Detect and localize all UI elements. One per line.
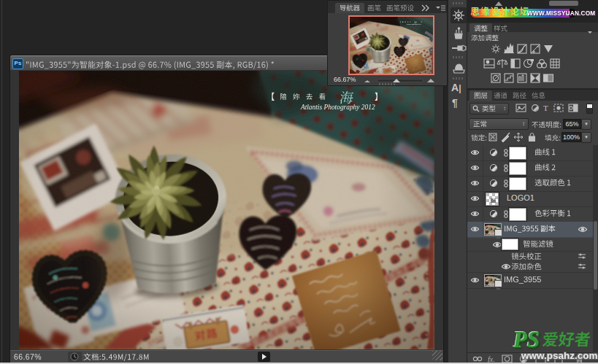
- svg-text:T: T: [543, 104, 548, 112]
- svg-text:Atlantis Photography 2012: Atlantis Photography 2012: [300, 104, 375, 111]
